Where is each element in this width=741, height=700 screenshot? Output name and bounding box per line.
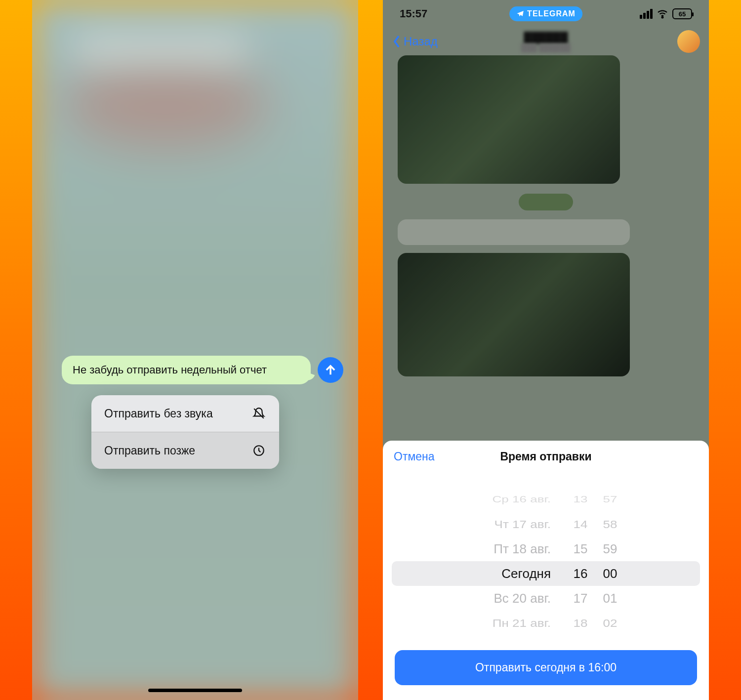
picker-row[interactable]: Пн 21 авг. 18 02 — [392, 611, 700, 635]
confirm-schedule-label: Отправить сегодня в 16:00 — [475, 661, 617, 674]
wifi-icon — [657, 8, 668, 20]
clock-icon — [251, 443, 266, 458]
send-silent-label: Отправить без звука — [104, 407, 213, 420]
chat-subtitle: ███ ██████ — [521, 43, 571, 52]
notification-pill-label: TELEGRAM — [527, 9, 576, 18]
sheet-title: Время отправки — [500, 450, 591, 463]
send-context-menu: Отправить без звука Отправить позже — [91, 395, 279, 469]
nav-bar: Назад ██████ ███ ██████ — [383, 28, 709, 55]
status-time: 15:57 — [400, 7, 427, 20]
chat-title-wrap[interactable]: ██████ ███ ██████ — [521, 32, 571, 52]
compose-row: Не забудь отправить недельный отчет — [62, 356, 343, 384]
svg-point-1 — [662, 17, 663, 18]
send-later-label: Отправить позже — [104, 444, 195, 457]
cancel-button[interactable]: Отмена — [394, 450, 435, 463]
home-indicator[interactable] — [148, 689, 242, 692]
bell-off-icon — [251, 406, 266, 421]
phone-screenshot-right: 15:57 TELEGRAM 65 Назад ██████ ███ █████… — [383, 0, 709, 700]
chevron-left-icon — [392, 35, 402, 48]
schedule-sheet: Отмена Время отправки Ср 16 авг. 13 57 Ч… — [383, 441, 709, 700]
picker-row[interactable]: Чт 17 авг. 14 58 — [392, 512, 700, 536]
picker-row[interactable]: Ср 16 авг. 13 57 — [392, 487, 700, 512]
picker-row[interactable]: Вс 20 авг. 17 01 — [392, 586, 700, 611]
chat-title: ██████ — [521, 32, 571, 43]
sheet-header: Отмена Время отправки — [383, 441, 709, 472]
status-icons: 65 — [640, 8, 692, 20]
arrow-up-icon — [324, 363, 337, 377]
status-bar: 15:57 TELEGRAM 65 — [383, 0, 709, 28]
telegram-icon — [516, 10, 524, 18]
picker-row[interactable]: Пт 18 авг. 15 59 — [392, 536, 700, 561]
cellular-icon — [640, 9, 653, 19]
avatar[interactable] — [677, 30, 700, 53]
datetime-picker[interactable]: Ср 16 авг. 13 57 Чт 17 авг. 14 58 Пт 18 … — [392, 487, 700, 635]
send-later-item[interactable]: Отправить позже — [91, 432, 279, 469]
draft-message-bubble: Не забудь отправить недельный отчет — [62, 356, 311, 384]
back-label: Назад — [404, 35, 438, 48]
picker-row-selected[interactable]: Сегодня 16 00 — [392, 561, 700, 586]
send-button[interactable] — [318, 357, 343, 383]
back-button[interactable]: Назад — [392, 35, 438, 48]
send-silent-item[interactable]: Отправить без звука — [91, 395, 279, 432]
confirm-schedule-button[interactable]: Отправить сегодня в 16:00 — [395, 650, 697, 685]
draft-message-text: Не забудь отправить недельный отчет — [73, 364, 267, 376]
phone-screenshot-left: Не забудь отправить недельный отчет Отпр… — [32, 0, 358, 700]
notification-pill[interactable]: TELEGRAM — [509, 6, 582, 21]
battery-indicator: 65 — [672, 8, 692, 19]
